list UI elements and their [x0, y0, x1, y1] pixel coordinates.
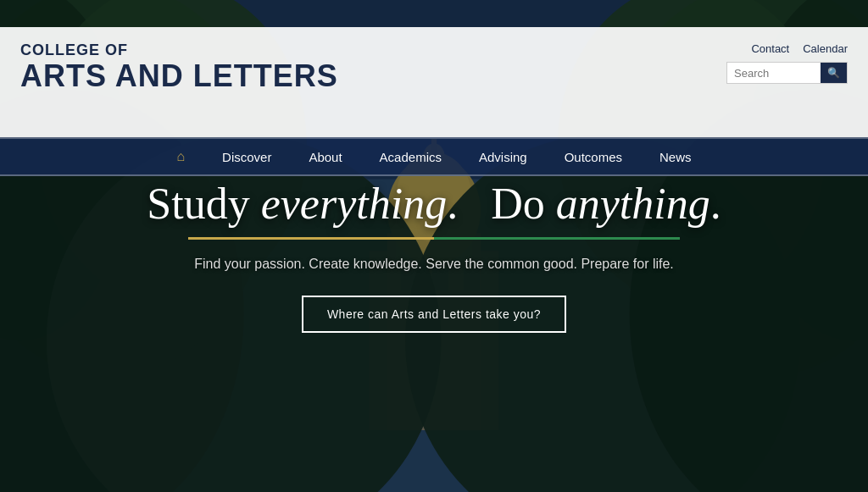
headline-study: Study: [147, 180, 260, 228]
home-icon[interactable]: ⌂: [158, 139, 203, 174]
nav-item-advising[interactable]: Advising: [460, 140, 546, 174]
nav-link-news[interactable]: News: [641, 140, 710, 174]
header-links: Contact Calendar: [751, 42, 848, 55]
nav-item-academics[interactable]: Academics: [361, 140, 460, 174]
college-line2: ARTS AND LETTERS: [20, 59, 338, 93]
college-line1: COLLEGE OF: [20, 42, 338, 59]
nav-link-academics[interactable]: Academics: [361, 140, 460, 174]
nav-link-advising[interactable]: Advising: [460, 140, 546, 174]
nav-home[interactable]: ⌂: [158, 149, 203, 164]
search-box: 🔍: [726, 62, 848, 84]
nav-link-outcomes[interactable]: Outcomes: [546, 140, 641, 174]
underline-yellow: [188, 237, 434, 240]
nav-link-discover[interactable]: Discover: [203, 140, 290, 174]
nav-item-discover[interactable]: Discover: [203, 140, 290, 174]
nav-item-about[interactable]: About: [290, 140, 360, 174]
nav-item-news[interactable]: News: [641, 140, 710, 174]
nav-link-about[interactable]: About: [290, 140, 360, 174]
contact-link[interactable]: Contact: [751, 42, 789, 55]
cta-button[interactable]: Where can Arts and Letters take you?: [302, 296, 566, 333]
headline-everything: everything: [261, 180, 447, 228]
search-input[interactable]: [727, 64, 821, 83]
underline-green: [434, 237, 680, 240]
site-header: COLLEGE OF ARTS AND LETTERS Contact Cale…: [0, 27, 868, 176]
nav-items: ⌂ Discover About Academics Advising Outc…: [158, 140, 709, 174]
headline-dot2: .: [710, 180, 721, 228]
hero-subtitle: Find your passion. Create knowledge. Ser…: [95, 257, 773, 272]
calendar-link[interactable]: Calendar: [803, 42, 848, 55]
college-title: COLLEGE OF ARTS AND LETTERS: [20, 42, 338, 92]
hero-content: Study everything. Do anything. Find your…: [95, 178, 773, 333]
header-right: Contact Calendar 🔍: [726, 42, 848, 84]
headline-anything: anything: [556, 180, 710, 228]
nav-item-outcomes[interactable]: Outcomes: [546, 140, 641, 174]
hero-underline: [188, 237, 680, 240]
hero-headline: Study everything. Do anything.: [95, 178, 773, 230]
navigation-bar: ⌂ Discover About Academics Advising Outc…: [0, 137, 868, 176]
headline-dot1: . Do: [447, 180, 556, 228]
header: COLLEGE OF ARTS AND LETTERS Contact Cale…: [0, 27, 868, 137]
search-button[interactable]: 🔍: [821, 63, 847, 83]
